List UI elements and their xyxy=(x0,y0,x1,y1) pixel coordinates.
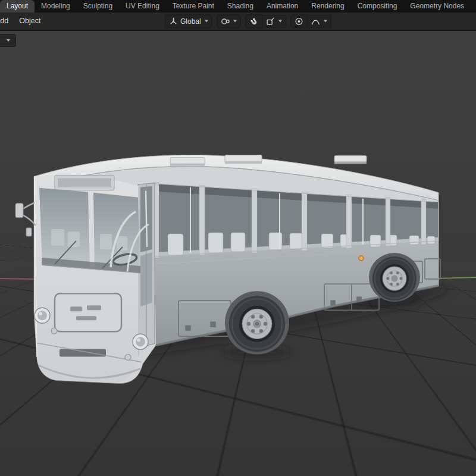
tab-rendering[interactable]: Rendering xyxy=(305,0,350,12)
transform-orientation-dropdown[interactable]: Global xyxy=(165,14,212,28)
snap-target-dropdown[interactable] xyxy=(262,14,286,28)
tab-compositing[interactable]: Compositing xyxy=(351,0,404,12)
bus-model[interactable] xyxy=(0,31,476,476)
mode-dropdown-partial[interactable] xyxy=(0,34,16,47)
proportional-falloff-dropdown[interactable] xyxy=(308,14,331,28)
chevron-down-icon xyxy=(233,20,237,23)
tab-geometry-nodes[interactable]: Geometry Nodes xyxy=(403,0,471,12)
front-door xyxy=(138,183,155,348)
tab-layout[interactable]: Layout xyxy=(0,0,35,12)
front-wheel xyxy=(225,291,289,354)
viewport-header: Add Object Global xyxy=(0,12,476,31)
transform-orientation-label: Global xyxy=(180,17,201,26)
headlight-left xyxy=(35,308,50,323)
indicator-left xyxy=(51,328,57,334)
transform-orientation-icon xyxy=(169,17,178,26)
snap-group xyxy=(245,14,286,28)
proportional-falloff-icon xyxy=(311,17,320,26)
front-emblem-plate xyxy=(55,293,121,331)
headlight-right xyxy=(133,334,148,349)
tab-modeling[interactable]: Modeling xyxy=(35,0,77,12)
chevron-down-icon xyxy=(7,39,10,42)
chevron-down-icon xyxy=(324,20,327,23)
proportional-editing-toggle[interactable] xyxy=(290,14,308,28)
pivot-point-icon xyxy=(221,17,230,26)
object-menu[interactable]: Object xyxy=(14,12,46,30)
proportional-editing-icon xyxy=(295,17,303,26)
3d-viewport[interactable] xyxy=(0,31,476,476)
snapping-toolbar: Global xyxy=(165,14,331,28)
proportional-edit-group xyxy=(290,14,331,28)
add-menu[interactable]: Add xyxy=(0,12,14,30)
tab-sculpting[interactable]: Sculpting xyxy=(77,0,119,12)
front-step-vent xyxy=(60,349,106,356)
chevron-down-icon xyxy=(278,20,282,23)
snap-target-icon xyxy=(266,17,275,26)
indicator-right xyxy=(125,354,131,360)
chevron-down-icon xyxy=(205,20,208,23)
tab-texture-paint[interactable]: Texture Paint xyxy=(166,0,221,12)
pivot-point-dropdown[interactable] xyxy=(217,14,241,28)
tab-shading[interactable]: Shading xyxy=(221,0,260,12)
workspace-tab-bar: Layout Modeling Sculpting UV Editing Tex… xyxy=(0,0,476,12)
tab-uv-editing[interactable]: UV Editing xyxy=(119,0,166,12)
bus-front xyxy=(34,175,149,383)
snap-magnet-icon xyxy=(249,17,258,26)
rear-wheel xyxy=(369,253,420,302)
snap-toggle-button[interactable] xyxy=(245,14,262,28)
side-mirror xyxy=(15,203,36,236)
destination-sign xyxy=(55,176,114,190)
tab-animation[interactable]: Animation xyxy=(260,0,305,12)
blender-window: Layout Modeling Sculpting UV Editing Tex… xyxy=(0,0,476,476)
